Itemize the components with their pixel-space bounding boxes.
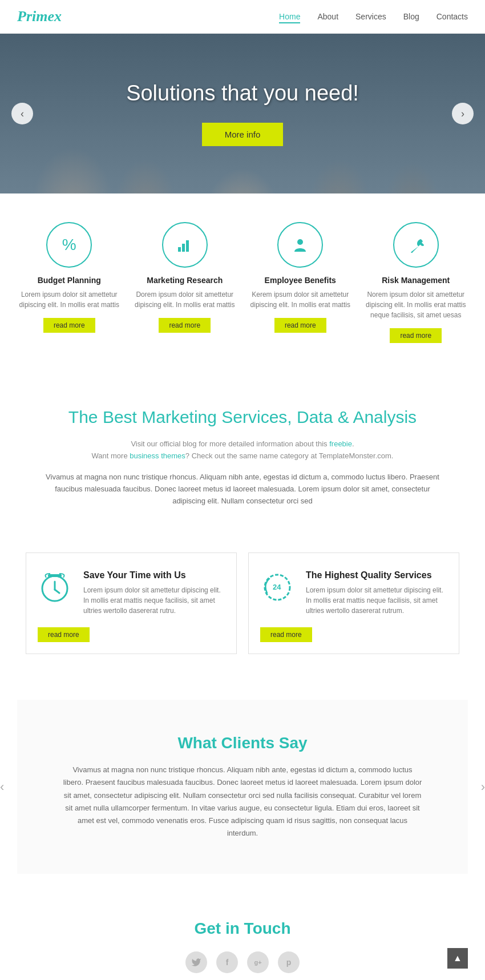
svg-rect-2 [186,240,189,252]
svg-text:24: 24 [273,583,281,591]
nav-item-blog[interactable]: Blog [403,11,419,22]
logo: Primex [17,8,62,25]
nav-item-home[interactable]: Home [279,11,300,22]
bar-chart-icon [177,237,193,253]
google-plus-icon[interactable]: g+ [247,951,269,973]
marketing-title: The Best Marketing Services, Data & Anal… [46,406,439,428]
svg-point-3 [297,239,303,245]
marketing-section: The Best Marketing Services, Data & Anal… [0,372,485,530]
service-card-text-2: The Highest Quality Services Lorem ipsum… [306,570,447,616]
feature-desc-2: Dorem ipsum dolor sit amettetur dipiscin… [133,289,237,310]
phone-24-icon: 24 [260,570,294,611]
service-card-inner-1: Save Your Time with Us Lorem ipsum dolor… [38,570,225,616]
nav-item-about[interactable]: About [317,11,338,22]
svg-rect-9 [48,574,62,577]
service-card-text-1: Save Your Time with Us Lorem ipsum dolor… [83,570,225,616]
service-card-1: Save Your Time with Us Lorem ipsum dolor… [26,552,237,654]
feature-desc-3: Kerem ipsum dolor sit amettetur dipiscin… [248,289,353,310]
service-card-2: 24 The Highest Quality Services Lorem ip… [248,552,459,654]
feature-title-1: Budget Planning [38,276,101,285]
feature-title-4: Risk Management [382,276,450,285]
service-cards: Save Your Time with Us Lorem ipsum dolor… [0,530,485,688]
nav-item-services[interactable]: Services [355,11,386,22]
clients-section-wrapper: ‹ What Clients Say Vivamus at magna non … [0,688,485,885]
hero-headline: Solutions that you need! [126,81,359,106]
marketing-research-icon [162,222,208,268]
facebook-icon[interactable]: f [216,951,238,973]
clients-prev-button[interactable]: ‹ [0,780,4,795]
service-desc-2: Lorem ipsum dolor sit amettetur dipiscin… [306,585,447,616]
clients-title: What Clients Say [63,734,422,752]
back-to-top-button[interactable]: ▲ [447,948,468,969]
svg-rect-1 [182,244,185,252]
feature-budget-planning: % Budget Planning Lorem ipsum dolor sit … [17,222,122,333]
features-section: % Budget Planning Lorem ipsum dolor sit … [0,193,485,372]
service-card-inner-2: 24 The Highest Quality Services Lorem ip… [260,570,447,616]
pinterest-icon[interactable]: p [278,951,300,973]
budget-planning-icon: % [46,222,92,268]
nav-links: Home About Services Blog Contacts [279,11,468,22]
feature-title-3: Employee Benefits [265,276,336,285]
feature-desc-4: Norem ipsum dolor sit amettetur dipiscin… [364,289,468,320]
marketing-sub1: Visit our official blog for more detaile… [46,439,439,448]
hero-next-button[interactable]: › [452,103,474,124]
employee-benefits-icon [277,222,323,268]
clients-next-button[interactable]: › [481,780,485,795]
svg-rect-0 [178,247,181,252]
hero-section: ‹ Solutions that you need! More info › [0,34,485,193]
hero-cta-button[interactable]: More info [202,123,284,146]
feature-readmore-4[interactable]: read more [390,328,442,343]
feature-marketing-research: Marketing Research Dorem ipsum dolor sit… [133,222,237,333]
service-readmore-2[interactable]: read more [260,627,312,642]
navbar: Primex Home About Services Blog Contacts [0,0,485,34]
service-readmore-1[interactable]: read more [38,627,90,642]
risk-management-icon [393,222,439,268]
service-title-2: The Highest Quality Services [306,570,447,580]
feature-title-2: Marketing Research [147,276,223,285]
contact-section: Get in Touch f g+ p [0,885,485,980]
svg-line-6 [55,590,59,593]
feature-employee-benefits: Employee Benefits Kerem ipsum dolor sit … [248,222,353,333]
feature-desc-1: Lorem ipsum dolor sit amettetur dipiscin… [17,289,122,310]
nav-item-contacts[interactable]: Contacts [436,11,468,22]
service-desc-1: Lorem ipsum dolor sit amettetur dipiscin… [83,585,225,616]
clients-testimonial: Vivamus at magna non nunc tristique rhon… [63,764,422,840]
feature-readmore-3[interactable]: read more [274,318,326,333]
feature-readmore-1[interactable]: read more [43,318,95,333]
marketing-body: Vivamus at magna non nunc tristique rhon… [46,471,439,507]
clients-section: What Clients Say Vivamus at magna non nu… [17,700,468,874]
clock-icon [38,570,72,611]
twitter-icon[interactable] [185,951,207,973]
feature-readmore-2[interactable]: read more [159,318,211,333]
hero-prev-button[interactable]: ‹ [11,103,33,124]
clients-nav: ‹ What Clients Say Vivamus at magna non … [0,700,485,874]
wrench-icon [408,237,424,253]
marketing-sub2: Want more business themes? Check out the… [46,451,439,460]
contact-title: Get in Touch [17,919,468,938]
person-icon [292,237,308,253]
social-icons: f g+ p [17,951,468,973]
feature-risk-management: Risk Management Norem ipsum dolor sit am… [364,222,468,343]
service-title-1: Save Your Time with Us [83,570,225,580]
